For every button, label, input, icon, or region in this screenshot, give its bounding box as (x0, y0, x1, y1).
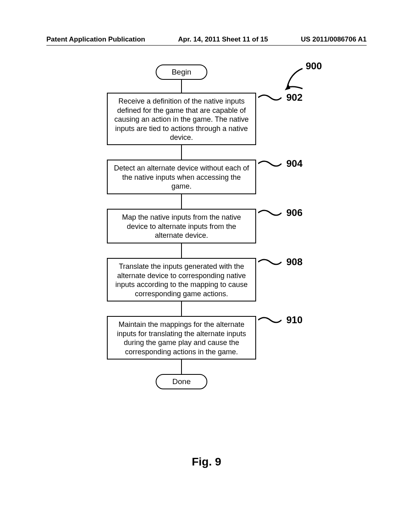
diagram-ref-label: 900 (306, 60, 330, 72)
leader-line-icon (258, 160, 282, 169)
header-right: US 2011/0086706 A1 (301, 35, 367, 44)
leader-line-icon (258, 258, 282, 268)
connector (181, 145, 182, 160)
flowchart: 900 Begin Receive a definition of the na… (0, 60, 413, 468)
step-906: Map the native inputs from the native de… (107, 209, 256, 243)
ref-label-904: 904 (286, 158, 311, 169)
connector (181, 360, 182, 374)
connector (181, 80, 182, 93)
step-910: Maintain the mappings for the alternate … (107, 316, 256, 360)
ref-label-906: 906 (286, 207, 311, 218)
connector (181, 301, 182, 316)
leader-line-icon (258, 316, 282, 326)
connector (181, 243, 182, 258)
header-divider (46, 45, 367, 46)
terminal-done: Done (156, 374, 207, 389)
leader-line-icon (258, 209, 282, 218)
ref-label-908: 908 (286, 256, 311, 268)
page-header: Patent Application Publication Apr. 14, … (0, 35, 413, 44)
leader-line-icon (258, 94, 282, 103)
header-mid: Apr. 14, 2011 Sheet 11 of 15 (178, 35, 268, 44)
flow-column: Begin Receive a definition of the native… (107, 64, 256, 389)
connector (181, 194, 182, 209)
ref-label-902: 902 (286, 92, 311, 103)
step-908: Translate the inputs generated with the … (107, 258, 256, 301)
figure-caption: Fig. 9 (0, 455, 413, 468)
terminal-begin: Begin (156, 64, 207, 80)
ref-label-910: 910 (286, 314, 311, 326)
header-left: Patent Application Publication (46, 35, 145, 44)
step-902: Receive a definition of the native input… (107, 93, 256, 145)
step-904: Detect an alternate device without each … (107, 160, 256, 194)
